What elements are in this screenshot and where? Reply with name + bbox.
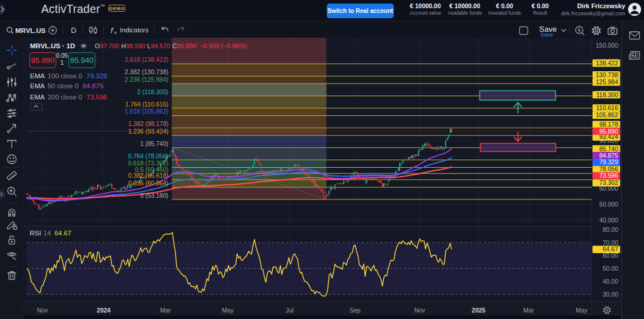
svg-text:0.764 (78.056): 0.764 (78.056)	[128, 152, 168, 160]
svg-text:1: 1	[61, 59, 64, 66]
svg-text:EMA200 close 073.596: EMA200 close 073.596	[30, 94, 107, 101]
svg-text:40.000: 40.000	[599, 217, 618, 224]
svg-text:50.000: 50.000	[599, 201, 618, 208]
svg-text:30.00: 30.00	[603, 291, 618, 298]
svg-text:Save: Save	[540, 31, 553, 38]
svg-text:138.422: 138.422	[596, 59, 618, 67]
svg-text:x: x	[114, 30, 117, 35]
svg-text:Nov: Nov	[37, 307, 48, 314]
svg-text:2.382 (130.738): 2.382 (130.738)	[125, 68, 168, 75]
svg-text:40.00: 40.00	[603, 278, 618, 285]
svg-text:Mar: Mar	[160, 307, 171, 314]
svg-text:May: May	[222, 307, 234, 314]
svg-text:2025: 2025	[472, 307, 486, 314]
svg-text:1.764 (110.616): 1.764 (110.616)	[125, 101, 168, 108]
svg-text:1 (85.740): 1 (85.740)	[140, 140, 168, 147]
svg-text:Nov: Nov	[414, 307, 426, 314]
svg-text:130.738: 130.738	[596, 71, 618, 78]
svg-text:95.890: 95.890	[31, 56, 55, 65]
svg-text:73.596: 73.596	[599, 172, 618, 179]
svg-text:1.618 (105.862): 1.618 (105.862)	[125, 108, 168, 115]
svg-text:95.890: 95.890	[599, 128, 618, 135]
svg-text:0.382 (65.618): 0.382 (65.618)	[128, 172, 168, 179]
svg-text:105.862: 105.862	[596, 111, 618, 118]
svg-text:78.056: 78.056	[599, 165, 618, 172]
svg-text:1.236 (93.424): 1.236 (93.424)	[128, 128, 168, 135]
svg-text:RSI1464.67: RSI1464.67	[30, 230, 72, 237]
svg-text:125.984: 125.984	[596, 78, 618, 85]
svg-text:EMA50 close 084.875: EMA50 close 084.875	[30, 82, 104, 89]
svg-text:79.329: 79.329	[599, 158, 618, 165]
svg-text:2024: 2024	[97, 307, 111, 314]
svg-text:Mar: Mar	[523, 307, 535, 314]
svg-text:1.382 (98.178): 1.382 (98.178)	[128, 120, 168, 127]
svg-text:Jul: Jul	[286, 307, 293, 314]
svg-text:May: May	[576, 307, 588, 314]
svg-text:Indicators: Indicators	[120, 26, 149, 34]
svg-text:110.616: 110.616	[596, 104, 618, 111]
svg-text:95.940: 95.940	[70, 56, 94, 65]
svg-text:80.00: 80.00	[603, 226, 618, 233]
svg-text:D: D	[71, 26, 77, 35]
svg-text:2.236 (125.984): 2.236 (125.984)	[125, 76, 168, 83]
svg-text:70.00: 70.00	[603, 239, 618, 246]
svg-text:Sep: Sep	[350, 307, 361, 314]
svg-text:50.00: 50.00	[603, 265, 618, 272]
svg-text:MRVL.US: MRVL.US	[15, 27, 46, 34]
svg-text:118.300: 118.300	[596, 91, 618, 98]
svg-text:0.05: 0.05	[57, 52, 68, 59]
svg-text:0 (53.180): 0 (53.180)	[140, 192, 168, 199]
svg-text:73.302: 73.302	[599, 179, 618, 186]
svg-text:2.618 (138.422): 2.618 (138.422)	[125, 56, 168, 63]
svg-text:MRVL.US · 1D: MRVL.US · 1D	[30, 42, 75, 49]
svg-text:150.000: 150.000	[596, 42, 618, 49]
svg-text:EMA100 close 079.329: EMA100 close 079.329	[30, 72, 107, 79]
svg-text:0.236 (60.864): 0.236 (60.864)	[128, 180, 168, 187]
svg-text:98.178: 98.178	[599, 121, 618, 128]
svg-text:64.67: 64.67	[603, 245, 618, 252]
svg-text:2 (118.300): 2 (118.300)	[137, 88, 168, 95]
svg-text:84.875: 84.875	[599, 152, 618, 159]
